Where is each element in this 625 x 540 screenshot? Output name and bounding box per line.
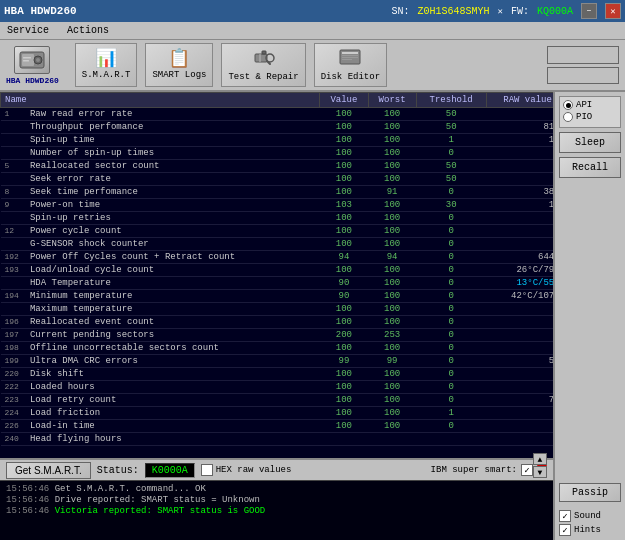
- recall-button[interactable]: Recall: [559, 157, 621, 178]
- toolbar: HBA HDWD260 📊 S.M.A.R.T 📋 SMART Logs Tes…: [0, 40, 625, 92]
- pause-button[interactable]: ⏸ Pause: [547, 46, 619, 64]
- hints-check-item[interactable]: Hints: [559, 524, 621, 536]
- break-label: Break All: [556, 70, 610, 81]
- menu-bar: Service Actions: [0, 22, 625, 40]
- test-repair-button[interactable]: Test & Repair: [221, 43, 305, 87]
- row-name: HDA Temperature: [1, 277, 320, 290]
- log-text: Get S.M.A.R.T. command... OK: [55, 484, 206, 494]
- row-number: 8: [5, 187, 25, 196]
- disk-editor-button[interactable]: Disk Editor: [314, 43, 387, 87]
- passip-button[interactable]: Passip: [559, 483, 621, 502]
- radio-api-label: API: [576, 100, 592, 110]
- scroll-up-button[interactable]: ▲: [533, 453, 547, 465]
- row-value: [320, 433, 368, 446]
- hdd-info: HBA HDWD260: [6, 46, 59, 85]
- menu-actions[interactable]: Actions: [64, 25, 112, 36]
- row-number: 198: [5, 343, 25, 352]
- sound-check-item[interactable]: Sound: [559, 510, 621, 522]
- log-text: Drive reported: SMART status = Unknown: [55, 495, 260, 505]
- row-name: Number of spin-up times: [1, 147, 320, 160]
- break-all-button[interactable]: Break All: [547, 67, 619, 84]
- table-row: 9 Power-on time 103 100 30 158 ●●●●●: [1, 199, 625, 212]
- log-line: 15:56:46 Victoria reported: SMART status…: [6, 506, 547, 516]
- row-worst: 100: [368, 420, 416, 433]
- log-line: 15:56:46 Get S.M.A.R.T. command... OK: [6, 484, 547, 494]
- row-worst: 94: [368, 251, 416, 264]
- close-button[interactable]: ✕: [605, 3, 621, 19]
- table-row: 222 Loaded hours 100 100 0 0 ●●●●●: [1, 381, 625, 394]
- ibm-checkbox[interactable]: [521, 464, 533, 476]
- disk-editor-icon: [339, 48, 361, 70]
- row-treshold: 0: [416, 368, 486, 381]
- row-worst: 100: [368, 316, 416, 329]
- row-value: 100: [320, 368, 368, 381]
- radio-api-circle[interactable]: [563, 100, 573, 110]
- bottom-bar: Get S.M.A.R.T. Status: K0000A HEX raw va…: [0, 458, 553, 480]
- svg-rect-14: [342, 57, 358, 58]
- row-name: Throughput perfomance: [1, 121, 320, 134]
- row-value: 90: [320, 277, 368, 290]
- row-worst: 100: [368, 225, 416, 238]
- row-name: Spin-up time: [1, 134, 320, 147]
- row-value: 100: [320, 238, 368, 251]
- col-header-treshold: Treshold: [416, 93, 486, 108]
- sleep-button[interactable]: Sleep: [559, 132, 621, 153]
- hex-check[interactable]: HEX raw values: [201, 464, 292, 476]
- radio-api[interactable]: API: [563, 100, 617, 110]
- log-time: 15:56:46: [6, 484, 49, 494]
- row-number: 224: [5, 408, 25, 417]
- row-value: 100: [320, 381, 368, 394]
- side-checks: Sound Hints: [559, 510, 621, 536]
- row-name: Seek error rate: [1, 173, 320, 186]
- hex-checkbox[interactable]: [201, 464, 213, 476]
- status-value: K0000A: [145, 463, 195, 478]
- radio-pio-circle[interactable]: [563, 112, 573, 122]
- row-name: 192 Power Off Cycles count + Retract cou…: [1, 251, 320, 264]
- row-name: 224 Load friction: [1, 407, 320, 420]
- row-number: 197: [5, 330, 25, 339]
- ibm-label: IBM super smart:: [431, 465, 517, 475]
- svg-rect-12: [342, 52, 358, 54]
- table-row: 226 Load-in time 100 100 0 ●●●●●: [1, 420, 625, 433]
- svg-rect-6: [255, 54, 267, 62]
- pause-label: Pause: [570, 50, 600, 61]
- test-repair-label: Test & Repair: [228, 72, 298, 82]
- row-name: 194 Minimum temperature: [1, 290, 320, 303]
- app-title: HBA HDWD260: [4, 5, 384, 17]
- row-worst: 100: [368, 368, 416, 381]
- row-worst: 100: [368, 238, 416, 251]
- table-row: 224 Load friction 100 100 1 0 ●●●●●: [1, 407, 625, 420]
- row-treshold: 0: [416, 186, 486, 199]
- row-treshold: 0: [416, 381, 486, 394]
- log-line: 15:56:46 Drive reported: SMART status = …: [6, 495, 547, 505]
- col-header-name: Name: [1, 93, 320, 108]
- sound-checkbox[interactable]: [559, 510, 571, 522]
- row-worst: 100: [368, 147, 416, 160]
- sound-label: Sound: [574, 511, 601, 521]
- row-name: 8 Seek time perfomance: [1, 186, 320, 199]
- table-row: HDA Temperature 90 100 0 13°C/55°F ●●●●●: [1, 277, 625, 290]
- right-panel: API PIO Sleep Recall Passip Sound Hints: [553, 92, 625, 540]
- menu-service[interactable]: Service: [4, 25, 52, 36]
- row-value: 100: [320, 420, 368, 433]
- row-name: 223 Load retry count: [1, 394, 320, 407]
- pause-icon: ⏸: [556, 49, 566, 61]
- log-time: 15:56:46: [6, 506, 49, 516]
- table-row: Spin-up retries 100 100 0 ●●●●●: [1, 212, 625, 225]
- row-worst: [368, 433, 416, 446]
- row-value: 100: [320, 108, 368, 121]
- minimize-button[interactable]: –: [581, 3, 597, 19]
- radio-pio[interactable]: PIO: [563, 112, 617, 122]
- scroll-down-button[interactable]: ▼: [533, 466, 547, 478]
- row-name: 12 Power cycle count: [1, 225, 320, 238]
- get-smart-button[interactable]: Get S.M.A.R.T.: [6, 462, 91, 479]
- table-row: Maximum temperature 100 100 0 ●●●●●: [1, 303, 625, 316]
- smart-button[interactable]: 📊 S.M.A.R.T: [75, 43, 138, 87]
- hints-checkbox[interactable]: [559, 524, 571, 536]
- svg-point-3: [36, 58, 40, 62]
- row-worst: 99: [368, 355, 416, 368]
- row-treshold: 0: [416, 303, 486, 316]
- smart-logs-button[interactable]: 📋 SMART Logs: [145, 43, 213, 87]
- table-row: 193 Load/unload cycle count 100 100 0 26…: [1, 264, 625, 277]
- hex-label: HEX raw values: [216, 465, 292, 475]
